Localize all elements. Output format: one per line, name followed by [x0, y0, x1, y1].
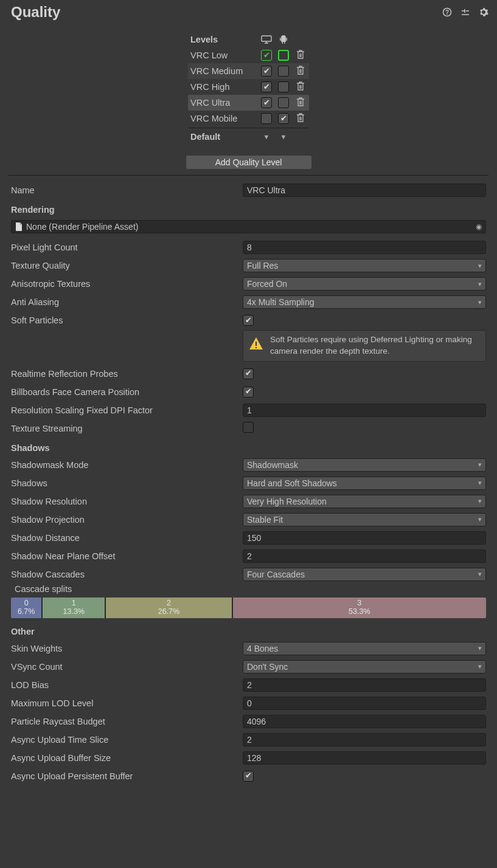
cascade-segment[interactable]: 06.7%: [11, 598, 43, 618]
trash-icon[interactable]: [296, 50, 305, 61]
name-label: Name: [11, 185, 239, 195]
shadow-near-label: Shadow Near Plane Offset: [11, 551, 239, 561]
level-checkbox[interactable]: [261, 97, 272, 108]
level-row[interactable]: VRC Ultra: [188, 95, 309, 111]
level-name: VRC Ultra: [188, 98, 258, 108]
shadow-cascades-dropdown[interactable]: Four Cascades: [243, 568, 486, 581]
level-row[interactable]: VRC Medium: [188, 63, 309, 79]
upload-time-slice-label: Async Upload Time Slice: [11, 735, 239, 745]
trash-icon[interactable]: [296, 97, 305, 109]
shadowmask-dropdown[interactable]: Shadowmask: [243, 458, 486, 472]
aa-dropdown[interactable]: 4x Multi Sampling: [243, 295, 486, 309]
aniso-label: Anisotropic Textures: [11, 279, 239, 289]
shadows-label: Shadows: [11, 478, 239, 488]
trash-icon[interactable]: [296, 81, 305, 93]
cascade-segment[interactable]: 353.3%: [233, 598, 486, 618]
aa-label: Anti Aliasing: [11, 297, 239, 307]
dpi-label: Resolution Scaling Fixed DPI Factor: [11, 405, 239, 415]
svg-rect-2: [262, 36, 271, 41]
trash-icon[interactable]: [296, 113, 305, 125]
cascade-splits-bar[interactable]: 06.7%113.3%226.7%353.3%: [11, 598, 486, 618]
shadow-dist-input[interactable]: [243, 531, 486, 545]
shadow-res-dropdown[interactable]: Very High Resolution: [243, 495, 486, 508]
presets-icon[interactable]: [459, 6, 471, 18]
default-label: Default: [188, 132, 258, 142]
vsync-dropdown[interactable]: Don't Sync: [243, 660, 486, 673]
texture-quality-label: Texture Quality: [11, 261, 239, 270]
lod-bias-input[interactable]: [243, 678, 486, 692]
level-name: VRC High: [188, 82, 258, 92]
level-checkbox[interactable]: [278, 113, 289, 124]
lod-bias-label: LOD Bias: [11, 680, 239, 690]
shadows-header: Shadows: [11, 443, 486, 453]
monitor-icon: [258, 35, 275, 44]
cascade-segment[interactable]: 226.7%: [106, 598, 233, 618]
raycast-budget-input[interactable]: [243, 715, 486, 728]
cascade-segment[interactable]: 113.3%: [43, 598, 106, 618]
texture-streaming-checkbox[interactable]: [243, 422, 254, 433]
level-checkbox[interactable]: [261, 50, 272, 61]
level-row[interactable]: VRC High: [188, 79, 309, 95]
vsync-label: VSync Count: [11, 662, 239, 672]
svg-rect-4: [280, 38, 281, 41]
android-icon: [275, 35, 292, 44]
trash-icon[interactable]: [296, 66, 305, 77]
upload-persistent-label: Async Upload Persistent Buffer: [11, 771, 239, 781]
shadowmask-label: Shadowmask Mode: [11, 460, 239, 470]
shadow-proj-label: Shadow Projection: [11, 515, 239, 525]
texture-streaming-label: Texture Streaming: [11, 424, 239, 433]
svg-rect-6: [282, 42, 283, 44]
level-row[interactable]: VRC Low: [188, 47, 309, 63]
level-name: VRC Mobile: [188, 114, 258, 123]
skin-weights-dropdown[interactable]: 4 Bones: [243, 642, 486, 655]
dpi-input[interactable]: [243, 404, 486, 417]
upload-time-slice-input[interactable]: [243, 733, 486, 746]
other-header: Other: [11, 627, 486, 636]
shadow-res-label: Shadow Resolution: [11, 497, 239, 506]
level-checkbox[interactable]: [261, 81, 272, 92]
add-quality-level-button[interactable]: Add Quality Level: [186, 156, 311, 169]
document-icon: [15, 222, 23, 231]
upload-persistent-checkbox[interactable]: [243, 771, 254, 782]
soft-particles-checkbox[interactable]: [243, 315, 254, 326]
upload-buffer-size-label: Async Upload Buffer Size: [11, 753, 239, 763]
max-lod-label: Maximum LOD Level: [11, 698, 239, 708]
svg-rect-5: [287, 38, 288, 41]
texture-quality-dropdown[interactable]: Full Res: [243, 259, 486, 272]
shadow-proj-dropdown[interactable]: Stable Fit: [243, 513, 486, 526]
raycast-budget-label: Particle Raycast Budget: [11, 717, 239, 726]
max-lod-input[interactable]: [243, 697, 486, 710]
warning-icon: [248, 336, 264, 356]
shadows-dropdown[interactable]: Hard and Soft Shadows: [243, 477, 486, 490]
level-checkbox[interactable]: [278, 97, 289, 108]
level-checkbox[interactable]: [278, 50, 289, 61]
render-pipeline-field[interactable]: None (Render Pipeline Asset): [11, 220, 486, 233]
gear-icon[interactable]: [478, 6, 490, 18]
svg-text:?: ?: [445, 9, 449, 16]
level-row[interactable]: VRC Mobile: [188, 111, 309, 126]
skin-weights-label: Skin Weights: [11, 644, 239, 653]
help-icon[interactable]: ?: [441, 6, 453, 18]
shadow-cascades-label: Shadow Cascades: [11, 570, 239, 579]
upload-buffer-size-input[interactable]: [243, 751, 486, 765]
shadow-near-input[interactable]: [243, 549, 486, 563]
level-checkbox[interactable]: [278, 81, 289, 92]
reflection-probes-checkbox[interactable]: [243, 368, 254, 379]
default-android-dropdown[interactable]: ▼: [280, 133, 287, 140]
default-desktop-dropdown[interactable]: ▼: [263, 133, 270, 140]
aniso-dropdown[interactable]: Forced On: [243, 277, 486, 291]
level-checkbox[interactable]: [261, 66, 272, 77]
reflection-probes-label: Realtime Reflection Probes: [11, 369, 239, 379]
billboards-checkbox[interactable]: [243, 387, 254, 398]
pixel-light-label: Pixel Light Count: [11, 243, 239, 252]
name-input[interactable]: [243, 184, 486, 197]
billboards-label: Billboards Face Camera Position: [11, 387, 239, 397]
level-checkbox[interactable]: [261, 113, 272, 124]
levels-table: Levels VRC Low VRC Medium VRC High VRC U…: [188, 32, 309, 143]
svg-rect-7: [284, 42, 285, 44]
render-pipeline-value: None (Render Pipeline Asset): [26, 222, 138, 232]
shadow-dist-label: Shadow Distance: [11, 533, 239, 543]
level-checkbox[interactable]: [278, 66, 289, 77]
pixel-light-input[interactable]: [243, 241, 486, 254]
soft-particles-warning: Soft Particles require using Deferred Li…: [243, 330, 486, 362]
